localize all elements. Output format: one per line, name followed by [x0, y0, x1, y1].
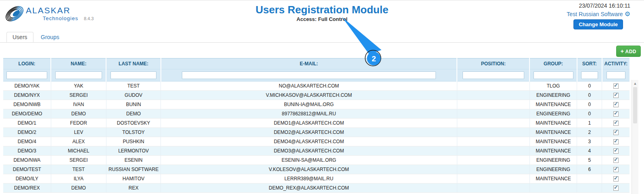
- checkmark-icon: ✓: [614, 175, 619, 181]
- cell-group: ENGINEERING: [529, 165, 577, 174]
- cell-last_name: TOLSTOY: [106, 128, 160, 137]
- table-row[interactable]: DEMO/1FEDORDOSTOEVSKYDEMO1@ALASKARTECH.C…: [3, 119, 629, 128]
- table-row[interactable]: DEMO/2LEVTOLSTOYDEMO2@ALASKARTECH.COMMAI…: [3, 128, 629, 137]
- tab-groups[interactable]: Groups: [35, 32, 65, 42]
- cell-email: NO@ALASKARTECH.COM: [161, 81, 457, 91]
- checkmark-icon: ✓: [614, 128, 619, 135]
- cell-sort: 0: [577, 81, 602, 91]
- filter-input-last_name[interactable]: [110, 71, 157, 79]
- activity-checkbox[interactable]: ✓: [613, 167, 619, 172]
- activity-checkbox[interactable]: ✓: [613, 186, 619, 191]
- current-module-link[interactable]: Test Russian Software⚙: [567, 10, 630, 18]
- change-module-button[interactable]: Change Module: [573, 19, 623, 29]
- cell-last_name: GUDOV: [106, 91, 160, 100]
- column-header-email[interactable]: E-MAIL:: [161, 58, 457, 69]
- cell-login: DEMO/1: [3, 119, 51, 128]
- activity-checkbox[interactable]: ✓: [613, 139, 619, 144]
- column-header-group[interactable]: GROUP:: [529, 58, 577, 69]
- activity-checkbox[interactable]: ✓: [613, 148, 619, 154]
- cell-last_name: TEST: [106, 81, 160, 91]
- table-row[interactable]: DEMO/NWASERGEIESENINESENIN-SA@MAIL.ORGEN…: [3, 156, 629, 165]
- table-row[interactable]: DEMO/4ALEXPUSHKINDEMO4@ALASKARTECH.COMMA…: [3, 137, 629, 146]
- users-table-wrap: LOGIN:NAME:LAST NAME:E-MAIL:POSITION:GRO…: [3, 58, 629, 193]
- cell-group: MAINTENANCE: [529, 119, 577, 128]
- activity-checkbox[interactable]: ✓: [613, 111, 619, 117]
- cell-login: DEMO/TEST: [3, 165, 51, 174]
- filter-input-group[interactable]: [534, 71, 573, 79]
- add-user-button[interactable]: +ADD: [616, 46, 641, 57]
- cell-group: MAINTENANCE: [529, 128, 577, 137]
- table-row[interactable]: DEMO/REXDEMOREXDEMO_REX@ALASKARTECH.COM✓: [3, 184, 629, 193]
- cell-email: DEMO_REX@ALASKARTECH.COM: [161, 184, 457, 193]
- scroll-up-arrow-icon[interactable]: ▲: [632, 80, 638, 87]
- cell-group: ENGINEERING: [529, 156, 577, 165]
- cell-last_name: DEMO: [106, 109, 160, 119]
- table-row[interactable]: DEMO/NWBIVANBUNINBUNIN-IA@MAIL.ORGMAINTE…: [3, 100, 629, 109]
- checkmark-icon: ✓: [614, 91, 619, 98]
- cell-activity: ✓: [602, 100, 629, 109]
- tab-users[interactable]: Users: [6, 32, 33, 42]
- column-header-sort[interactable]: SORT:: [577, 58, 602, 69]
- cell-sort: 6: [577, 165, 602, 174]
- cell-position: [457, 184, 529, 193]
- checkmark-icon: ✓: [614, 119, 619, 125]
- table-row[interactable]: DEMO/YAKYAKTESTNO@ALASKARTECH.COMTLOG0✓: [3, 81, 629, 91]
- column-header-activity[interactable]: ACTIVITY:: [602, 58, 629, 69]
- column-header-name[interactable]: NAME:: [51, 58, 106, 69]
- cell-group: ENGINEERING: [529, 109, 577, 119]
- cell-position: [457, 100, 529, 109]
- toolbar: +ADD: [0, 43, 644, 58]
- checkmark-icon: ✓: [614, 110, 619, 116]
- activity-checkbox[interactable]: ✓: [613, 158, 619, 163]
- filter-input-login[interactable]: [6, 71, 47, 79]
- activity-checkbox[interactable]: ✓: [613, 130, 619, 135]
- column-header-login[interactable]: LOGIN:: [3, 58, 51, 69]
- cell-position: [457, 165, 529, 174]
- cell-group: [529, 184, 577, 193]
- table-row[interactable]: DEMO/DEMODEMODEMO89778628812@MAIL.RUENGI…: [3, 109, 629, 119]
- cell-position: [457, 156, 529, 165]
- activity-checkbox[interactable]: ✓: [613, 93, 619, 98]
- column-header-position[interactable]: POSITION:: [457, 58, 529, 69]
- table-row[interactable]: DEMO/3MICHAELLERMONTOVDEMO3@ALASKARTECH.…: [3, 146, 629, 156]
- activity-checkbox[interactable]: ✓: [613, 83, 619, 89]
- checkmark-icon: ✓: [614, 138, 619, 144]
- current-module-label: Test Russian Software: [567, 11, 623, 17]
- cell-sort: [577, 174, 602, 184]
- filter-input-name[interactable]: [55, 71, 102, 79]
- checkmark-icon: ✓: [614, 165, 619, 172]
- table-row[interactable]: DEMO/ILYILYAHAMITOVLERRR389@MAIL.RUMAINT…: [3, 174, 629, 184]
- filter-input-position[interactable]: [463, 71, 524, 79]
- vertical-scrollbar[interactable]: ▲: [631, 80, 638, 194]
- cell-activity: ✓: [602, 165, 629, 174]
- cell-position: [457, 128, 529, 137]
- cell-name: SERGEI: [51, 91, 106, 100]
- filter-input-sort[interactable]: [581, 71, 598, 79]
- cell-login: DEMO/4: [3, 137, 51, 146]
- cell-sort: 5: [577, 156, 602, 165]
- cell-email: ESENIN-SA@MAIL.ORG: [161, 156, 457, 165]
- column-header-last_name[interactable]: LAST NAME:: [106, 58, 160, 69]
- activity-checkbox[interactable]: ✓: [613, 102, 619, 107]
- filter-cell-email: [161, 69, 457, 81]
- activity-checkbox[interactable]: ✓: [613, 176, 619, 181]
- title-block: Users Registration Module Access: Full C…: [0, 4, 644, 22]
- filter-cell-last_name: [106, 69, 160, 81]
- scrollbar-thumb[interactable]: [633, 87, 637, 123]
- cell-name: ILYA: [51, 174, 106, 184]
- activity-checkbox[interactable]: ✓: [613, 121, 619, 126]
- cell-activity: ✓: [602, 174, 629, 184]
- app-header: ALASKAR Technologies 8.4.3 Users Registr…: [0, 1, 644, 30]
- cell-login: DEMO/2: [3, 128, 51, 137]
- cell-sort: 3: [577, 137, 602, 146]
- filter-input-email[interactable]: [182, 71, 436, 79]
- add-button-label: ADD: [625, 49, 637, 54]
- cell-last_name: DOSTOEVSKY: [106, 119, 160, 128]
- plus-icon: +: [621, 48, 624, 54]
- filter-input-activity[interactable]: [606, 71, 625, 79]
- table-row[interactable]: DEMO/NYXSERGEIGUDOVV.MICHKASOV@ALASKARTE…: [3, 91, 629, 100]
- cell-name: IVAN: [51, 100, 106, 109]
- gear-icon[interactable]: ⚙: [625, 10, 630, 17]
- cell-login: DEMO/ILY: [3, 174, 51, 184]
- table-row[interactable]: DEMO/TESTTESTRUSSIAN SOFTWAREV.KOLESOV@A…: [3, 165, 629, 174]
